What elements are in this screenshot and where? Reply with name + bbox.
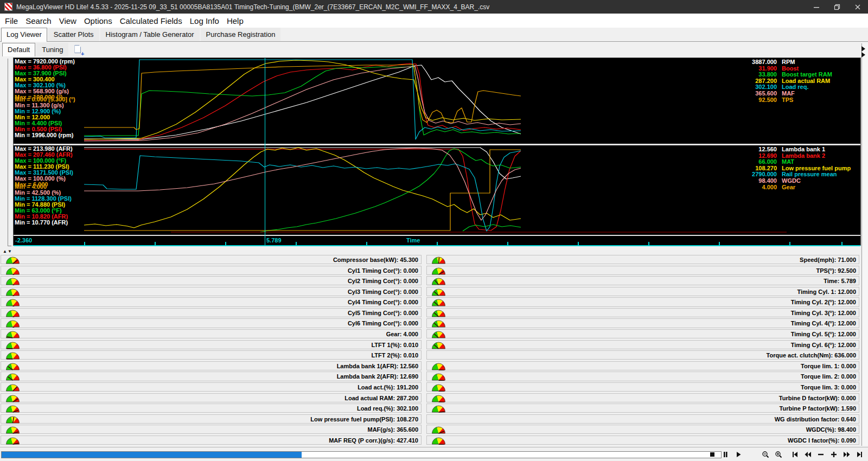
gauge-row[interactable]: MAF(g/s): 365.600	[1, 425, 422, 434]
zoom-in-icon	[775, 451, 782, 458]
gauge-icon	[5, 362, 20, 370]
minimize-button[interactable]	[806, 0, 827, 14]
time-axis-tick	[366, 242, 367, 245]
time-axis-tick	[507, 242, 508, 245]
gauge-label: WGDC I factor(%): 0.090	[788, 437, 856, 444]
gauge-row[interactable]: Cyl6 Timing Cor(°): 0.000	[1, 318, 422, 328]
gauge-row[interactable]: Timing Cyl. 1: 12.000	[426, 287, 859, 296]
gauge-row[interactable]: Timing Cyl. 4(°): 12.000	[426, 318, 859, 328]
tab-histogram-table-generator[interactable]: Histogram / Table Generator	[100, 28, 200, 41]
gauge-label: LTFT 1(%): 0.010	[371, 341, 418, 349]
rewind-icon	[804, 451, 812, 458]
gauge-row[interactable]: Gear: 4.000	[1, 329, 422, 338]
minmax-label: Min = 10.770 (AFR)	[15, 220, 73, 226]
gauge-row[interactable]: Torque lim. 2: 0.000	[426, 372, 859, 381]
gauge-column-left: Compressor base(kW): 45.300Cyl1 Timing C…	[1, 255, 422, 446]
rewind-button[interactable]	[801, 449, 814, 460]
gauge-row[interactable]: Timing Cyl. 3(°): 12.000	[426, 308, 859, 317]
gauge-icon	[431, 425, 446, 434]
stop-icon	[709, 451, 716, 458]
scroll-right-icon[interactable]	[861, 52, 865, 57]
gauge-row[interactable]: Load actual RAM: 287.200	[1, 393, 422, 402]
zoom-out-button[interactable]	[759, 449, 772, 460]
gauge-row[interactable]: Timing Cyl. 2(°): 12.000	[426, 297, 859, 306]
gauge-row[interactable]: Time: 5.789	[426, 276, 859, 285]
gauge-icon	[431, 266, 446, 275]
gauge-row[interactable]: Low pressure fuel pump(PSI): 108.270	[1, 414, 422, 424]
gauge-row[interactable]: WGDC I factor(%): 0.090	[426, 436, 859, 445]
fast-forward-button[interactable]	[840, 449, 853, 460]
tab-purchase-registration[interactable]: Purchase Registration	[201, 28, 281, 41]
gauge-row[interactable]: WGDC(%): 98.400	[426, 425, 859, 434]
gauge-row[interactable]: Cyl4 Timing Cor(°): 0.000	[1, 297, 422, 306]
tab-log-viewer[interactable]: Log Viewer	[1, 28, 47, 42]
close-button[interactable]	[847, 0, 868, 14]
sort-toggle-icon[interactable]: ▲▼	[3, 249, 12, 254]
gauge-row[interactable]: LTFT 2(%): 0.010	[1, 350, 422, 360]
gauge-row[interactable]: Cyl3 Timing Cor(°): 0.000	[1, 287, 422, 296]
stop-button[interactable]	[706, 449, 719, 460]
gauge-row[interactable]: Timing Cyl. 6(°): 12.000	[426, 340, 859, 349]
menu-options[interactable]: Options	[80, 15, 116, 27]
zoom-in-button[interactable]	[772, 449, 785, 460]
time-cursor-line[interactable]	[265, 58, 265, 245]
log-chart[interactable]: Max = 7920.000 (rpm)Max = 36.800 (PSI)Ma…	[13, 57, 861, 246]
gauge-row[interactable]: Torque lim. 1: 0.000	[426, 361, 859, 370]
gauge-row[interactable]: Cyl1 Timing Cor(°): 0.000	[1, 266, 422, 275]
gauge-label: WGDC(%): 98.400	[806, 426, 856, 433]
gauge-row[interactable]: Lambda bank 2(AFR): 12.690	[1, 372, 422, 381]
gauge-icon	[5, 277, 20, 285]
gauge-row[interactable]: Load act.(%): 191.200	[1, 382, 422, 392]
gauge-row[interactable]: Turbine D factor(kW): 0.000	[426, 393, 859, 402]
window-controls	[806, 0, 868, 14]
view-tab-default[interactable]: Default	[2, 43, 35, 57]
cursor-value-row: 4.000Gear	[716, 184, 858, 191]
gauge-icon	[5, 341, 20, 349]
menu-log-info[interactable]: Log Info	[186, 15, 223, 27]
gauge-row[interactable]: Load req.(%): 302.100	[1, 404, 422, 413]
scroll-right-icon[interactable]	[861, 46, 865, 52]
gauge-row[interactable]: LTFT 1(%): 0.010	[1, 340, 422, 349]
skip-end-button[interactable]	[853, 449, 866, 460]
faster-button[interactable]	[827, 449, 840, 460]
menu-help[interactable]: Help	[223, 15, 247, 27]
gauge-row[interactable]: Speed(mph): 71.000	[426, 255, 859, 264]
gauge-row[interactable]: Torque lim. 3: 0.000	[426, 382, 859, 392]
gauge-row[interactable]: Lambda bank 1(AFR): 12.560	[1, 361, 422, 370]
chart-panel-1[interactable]: Max = 7920.000 (rpm)Max = 36.800 (PSI)Ma…	[14, 58, 860, 144]
gauge-row[interactable]: Torque act. clutch(Nm): 636.000	[426, 350, 859, 360]
gauge-label: Cyl5 Timing Cor(°): 0.000	[348, 309, 418, 317]
gauge-column-right: Speed(mph): 71.000TPS(°): 92.500Time: 5.…	[426, 255, 859, 446]
zoom-out-icon	[762, 451, 769, 458]
new-view-template-button[interactable]: +	[73, 44, 84, 55]
menu-search[interactable]: Search	[22, 15, 55, 27]
view-tab-tuning[interactable]: Tuning	[36, 43, 68, 56]
gauge-row[interactable]: Turbine P factor(kW): 1.590	[426, 404, 859, 413]
menu-view[interactable]: View	[55, 15, 80, 27]
gauge-needle	[439, 391, 445, 392]
pause-button[interactable]	[719, 449, 732, 460]
gauge-row[interactable]: TPS(°): 92.500	[426, 266, 859, 275]
slower-button[interactable]	[814, 449, 827, 460]
gauge-icon	[5, 298, 20, 306]
restore-button[interactable]	[827, 0, 847, 14]
tab-scroll-arrows[interactable]	[861, 46, 867, 58]
gauge-row[interactable]: Compressor base(kW): 45.300	[1, 255, 422, 264]
log-position-progressbar[interactable]	[1, 451, 722, 458]
time-axis[interactable]: -2.3605.789Time	[14, 236, 860, 246]
gauge-label: Timing Cyl. 5(°): 12.000	[791, 330, 856, 338]
chart-panel-2[interactable]: Max = 213.980 (AFR)Max = 207.460 (AFR)Ma…	[14, 145, 860, 235]
gauge-row[interactable]: Timing Cyl. 5(°): 12.000	[426, 329, 859, 338]
tab-scatter-plots[interactable]: Scatter Plots	[48, 28, 99, 41]
menu-calculated-fields[interactable]: Calculated Fields	[116, 15, 186, 27]
progress-fill	[2, 452, 302, 458]
gauge-row[interactable]: Cyl5 Timing Cor(°): 0.000	[1, 308, 422, 317]
menu-file[interactable]: File	[1, 15, 22, 27]
gauge-row[interactable]: WG distribution factor: 0.640	[426, 414, 859, 424]
skip-start-button[interactable]	[788, 449, 801, 460]
gauge-icon	[5, 319, 20, 328]
gauge-row[interactable]: Cyl2 Timing Cor(°): 0.000	[1, 276, 422, 285]
cursor-value-label: Lambda bank 1	[782, 146, 825, 153]
gauge-row[interactable]: MAF REQ (P corr.)(g/s): 427.410	[1, 436, 422, 445]
play-button[interactable]	[732, 449, 745, 460]
